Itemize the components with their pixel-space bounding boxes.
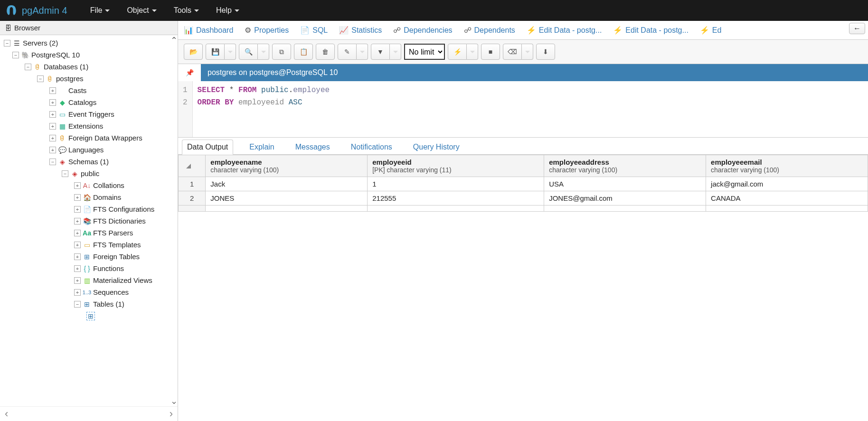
tree-catalogs[interactable]: +◆Catalogs — [2, 97, 178, 107]
tab-statistics[interactable]: 📈Statistics — [339, 26, 382, 39]
menu-object[interactable]: Object — [118, 6, 165, 15]
col-header-employeeaddress[interactable]: employeeaddresscharacter varying (100) — [544, 155, 706, 177]
col-header-employeeid[interactable]: employeeid[PK] character varying (11) — [368, 155, 544, 177]
col-header-employeeemail[interactable]: employeeemailcharacter varying (100) — [706, 155, 868, 177]
tree-servers[interactable]: −☰Servers (2) — [2, 38, 178, 48]
tab-notifications[interactable]: Notifications — [346, 140, 397, 154]
sql-editor[interactable]: 1 2 SELECT * FROM public.employee ORDER … — [178, 81, 868, 138]
data-output-grid[interactable]: employeenamecharacter varying (100) empl… — [178, 155, 868, 212]
tree-extensions[interactable]: +▦Extensions — [2, 121, 178, 131]
menu-file[interactable]: File — [82, 6, 119, 15]
cell[interactable]: CANADA — [706, 191, 868, 206]
cell[interactable] — [544, 206, 706, 212]
paste-button[interactable]: 📋 — [294, 44, 313, 60]
tree-server-pg10[interactable]: −🐘PostgreSQL 10 — [2, 50, 178, 60]
filter-button[interactable]: ▼ — [371, 44, 390, 60]
tree-domains[interactable]: +🏠Domains — [2, 192, 178, 202]
tree-schemas[interactable]: −◈Schemas (1) — [2, 157, 178, 167]
tree-fts-templates[interactable]: +▭FTS Templates — [2, 240, 178, 250]
cell[interactable]: JONES — [206, 191, 368, 206]
tab-dependencies[interactable]: ☍Dependencies — [393, 26, 452, 39]
limit-select[interactable]: No limit — [404, 44, 445, 60]
cell[interactable]: jack@gmail.com — [706, 177, 868, 191]
copy-button[interactable]: ⧉ — [272, 44, 291, 60]
scroll-down-icon[interactable]: ⌄ — [170, 396, 178, 406]
tree-db-postgres[interactable]: −🛢postgres — [2, 74, 178, 84]
tree-fts-dicts[interactable]: +📚FTS Dictionaries — [2, 216, 178, 226]
stop-button[interactable]: ■ — [481, 44, 500, 60]
save-dropdown-button[interactable] — [225, 44, 236, 60]
tree-foreign-tables[interactable]: +⊞Foreign Tables — [2, 252, 178, 262]
execute-button[interactable]: ⚡ — [448, 44, 467, 60]
download-button[interactable]: ⬇ — [536, 44, 555, 60]
floppy-icon: 💾 — [211, 48, 219, 56]
tree-fts-parsers[interactable]: +AaFTS Parsers — [2, 228, 178, 238]
clear-dropdown-button[interactable] — [522, 44, 533, 60]
tab-scroll-back-button[interactable]: ← — [849, 23, 865, 34]
cell[interactable]: JONES@gmail.com — [544, 191, 706, 206]
find-dropdown-button[interactable] — [258, 44, 269, 60]
scroll-up-icon[interactable]: ⌃ — [170, 35, 178, 46]
cell[interactable]: 212555 — [368, 191, 544, 206]
tab-explain[interactable]: Explain — [245, 140, 279, 154]
tree-fdw[interactable]: +🛢Foreign Data Wrappers — [2, 133, 178, 143]
editor-code[interactable]: SELECT * FROM public.employee ORDER BY e… — [193, 81, 334, 137]
tree-table-item[interactable]: ⊞ — [2, 311, 178, 321]
tree-mat-views[interactable]: +▥Materialized Views — [2, 275, 178, 285]
tree-functions[interactable]: +{ }Functions — [2, 263, 178, 273]
cell[interactable]: USA — [544, 177, 706, 191]
tree-languages[interactable]: +💬Languages — [2, 145, 178, 155]
fts-templates-icon: ▭ — [83, 241, 91, 249]
table-row-empty[interactable] — [179, 206, 868, 212]
tree-fts-configs[interactable]: +📄FTS Configurations — [2, 204, 178, 214]
cell[interactable] — [206, 206, 368, 212]
cell[interactable] — [368, 206, 544, 212]
col-header-employeename[interactable]: employeenamecharacter varying (100) — [206, 155, 368, 177]
grid-corner[interactable] — [179, 155, 206, 177]
tree-hscroll[interactable]: ‹ › — [0, 406, 178, 421]
row-number[interactable] — [179, 206, 206, 212]
tab-edit-data-3[interactable]: ⚡Ed — [700, 26, 722, 39]
open-file-button[interactable]: 📂 — [184, 44, 203, 60]
tab-sql[interactable]: 📄SQL — [300, 26, 328, 39]
caret-down-icon — [470, 51, 475, 53]
table-row[interactable]: 2 JONES 212555 JONES@gmail.com CANADA — [179, 191, 868, 206]
menu-tools[interactable]: Tools — [165, 6, 208, 15]
tree-databases[interactable]: −🛢Databases (1) — [2, 62, 178, 72]
tree-casts[interactable]: + Casts — [2, 85, 178, 95]
save-button[interactable]: 💾 — [206, 44, 225, 60]
tree-event-triggers[interactable]: +▭Event Triggers — [2, 109, 178, 119]
tree-schema-public[interactable]: −◈public — [2, 168, 178, 178]
tab-dashboard[interactable]: 📊Dashboard — [184, 26, 233, 39]
row-number[interactable]: 1 — [179, 177, 206, 191]
edit-button[interactable]: ✎ — [338, 44, 357, 60]
tab-edit-data-1[interactable]: ⚡Edit Data - postg... — [527, 26, 602, 39]
filter-dropdown-button[interactable] — [390, 44, 401, 60]
tree-collations[interactable]: +A↓Collations — [2, 180, 178, 190]
tab-edit-data-2[interactable]: ⚡Edit Data - postg... — [613, 26, 689, 39]
pin-button[interactable]: 📌 — [178, 64, 201, 81]
tree-vscroll[interactable]: ⌃ ⌄ — [170, 35, 178, 406]
row-number[interactable]: 2 — [179, 191, 206, 206]
find-button[interactable]: 🔍 — [239, 44, 258, 60]
tab-query-history[interactable]: Query History — [408, 140, 464, 154]
tab-data-output[interactable]: Data Output — [182, 140, 233, 155]
scroll-left-icon[interactable]: ‹ — [5, 408, 8, 420]
execute-dropdown-button[interactable] — [467, 44, 478, 60]
table-row[interactable]: 1 Jack 1 USA jack@gmail.com — [179, 177, 868, 191]
cell[interactable]: 1 — [368, 177, 544, 191]
caret-down-icon — [228, 51, 233, 53]
tab-dependents[interactable]: ☍Dependents — [464, 26, 515, 39]
object-tree[interactable]: −☰Servers (2) −🐘PostgreSQL 10 −🛢Database… — [0, 35, 178, 406]
tab-messages[interactable]: Messages — [291, 140, 335, 154]
tree-tables[interactable]: −⊞Tables (1) — [2, 299, 178, 309]
cell[interactable] — [706, 206, 868, 212]
menu-help[interactable]: Help — [208, 6, 248, 15]
tree-sequences[interactable]: +1..3Sequences — [2, 287, 178, 297]
edit-dropdown-button[interactable] — [357, 44, 368, 60]
tab-properties[interactable]: ⚙Properties — [245, 26, 289, 39]
clear-button[interactable]: ⌫ — [503, 44, 522, 60]
delete-button[interactable]: 🗑 — [316, 44, 335, 60]
cell[interactable]: Jack — [206, 177, 368, 191]
scroll-right-icon[interactable]: › — [170, 408, 173, 420]
